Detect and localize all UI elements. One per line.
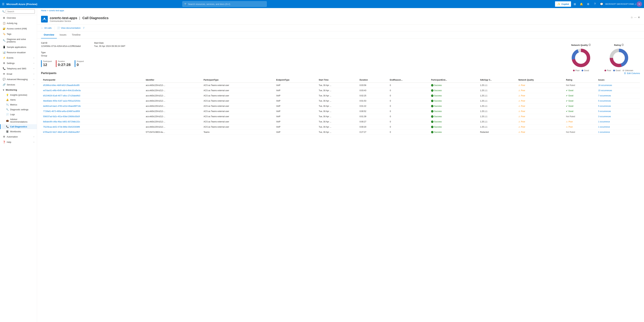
issues-link[interactable]: 7 occurrences [598, 95, 611, 97]
sidebar-item-tags[interactable]: 🏷️ Tags [0, 31, 37, 37]
tab-overview[interactable]: Overview [41, 31, 57, 38]
sidebar-item-sample-apps[interactable]: 📱 Sample applications [0, 44, 37, 50]
identifier-cell: acs:efd3c229-b212-... [144, 93, 202, 98]
issues-link[interactable]: 3 occurrences [598, 115, 611, 118]
issues-cell[interactable]: 1 occurrence [596, 124, 640, 130]
col-issues: Issues [596, 77, 640, 83]
tab-timeline[interactable]: Timeline [69, 31, 83, 38]
issues-link[interactable]: 5 occurrences [598, 100, 611, 102]
sidebar-item-events[interactable]: ⚡ Events › [0, 55, 37, 60]
help-icon[interactable]: ? [592, 1, 598, 7]
hamburger-icon[interactable]: ☰ [2, 2, 4, 6]
portal-menu-icon[interactable]: ⊞ [572, 1, 578, 7]
nq-legend: Poor Good [573, 69, 589, 72]
sidebar-item-automation[interactable]: ⚙ Automation › [0, 134, 37, 139]
copilot-button[interactable]: ✨ Copilot [555, 1, 571, 7]
more-button[interactable]: ··· [634, 16, 636, 19]
sidebar-item-call-diagnostics[interactable]: 📞 Call Diagnostics [0, 124, 37, 129]
share-button[interactable]: ⤴ [83, 26, 84, 30]
edit-columns-button[interactable]: ☰ Edit Columns [624, 72, 640, 75]
participant-id-link[interactable]: 771ffa61-4673-495d-a4fa-d24887acd959 [43, 110, 80, 113]
breadcrumb-resource[interactable]: corertc-test-apps [49, 9, 64, 12]
sidebar-item-logs[interactable]: 📄 Logs [0, 112, 37, 117]
global-search-input[interactable] [188, 3, 265, 5]
issues-cell[interactable]: 7 occurrences [596, 93, 640, 98]
participant-id-link[interactable]: 4bed0abe-455e-4187-aa1e-f591a152f16c [43, 100, 80, 102]
participant-end-cell: ✔ Success [429, 119, 478, 124]
user-avatar[interactable]: M [636, 1, 642, 7]
issues-link[interactable]: 1 occurrence [598, 121, 610, 123]
rating-info-icon[interactable]: ⓘ [622, 43, 624, 46]
svg-point-0 [44, 18, 45, 19]
sidebar-item-advanced-messaging[interactable]: 💬 Advanced Messaging › [0, 77, 37, 82]
doc-icon: 📄 [57, 27, 60, 29]
tab-issues[interactable]: Issues [57, 31, 69, 38]
participant-id-link[interactable]: 8d0abc89-c48a-46ac-b901-83729db132c [43, 121, 80, 123]
sidebar-label: Resource visualizer [7, 51, 26, 54]
sidebar-item-diagnostic-settings[interactable]: 🔧 Diagnostic settings [0, 107, 37, 112]
sidebar-item-diagnose[interactable]: 🔧 Diagnose and solve problems [0, 37, 37, 44]
network-quality-cell: ⚠ Poor [516, 124, 564, 130]
sidebar-label: Insights (preview) [10, 94, 27, 96]
tabs: Overview Issues Timeline [37, 31, 644, 38]
participant-id-link[interactable]: b5154626-81a6-4677-a6cc-27c20abd4b3 [43, 95, 80, 97]
sidebar-item-advisor[interactable]: 💼 Advisor recommendations [0, 117, 37, 124]
sidebar-item-overview[interactable]: ⊞ Overview [0, 15, 37, 20]
issues-link[interactable]: 15 occurrences [598, 89, 612, 92]
issues-cell[interactable]: 1 occurrence [596, 130, 640, 135]
issues-cell[interactable]: 1 occurrence [596, 119, 640, 124]
participant-type-cell: Teams [202, 130, 274, 135]
issues-cell[interactable]: 5 occurrences [596, 104, 640, 109]
issues-link[interactable]: 1 occurrence [598, 126, 610, 128]
participant-id-link[interactable]: ed7dac61-ef6b-4545-a9c4-454c32cd5e3a [43, 89, 81, 92]
network-quality-cell: ⚠ Poor [516, 98, 564, 104]
alerts-icon: 🔔 [6, 99, 9, 101]
info-icon[interactable]: ⓘ [588, 43, 591, 46]
participant-id-link[interactable]: da382ca4-bae1-4783-a31d-46aee89f718c [43, 105, 81, 107]
issues-link[interactable]: 16 occurrences [598, 84, 612, 86]
sidebar-item-help[interactable]: ❓ Help › [0, 139, 37, 145]
sidebar-item-iam[interactable]: 🔐 Access control (IAM) [0, 26, 37, 31]
view-documentation-button[interactable]: 📄 View documentation [57, 26, 80, 30]
sidebar-item-alerts[interactable]: 🔔 Alerts [0, 97, 37, 102]
sidebar-item-telephony[interactable]: 📞 Telephony and SMS › [0, 66, 37, 71]
sidebar-item-activity-log[interactable]: 📋 Activity log [0, 20, 37, 26]
participant-id-link[interactable]: df1996cd-b9ec-4b6f-b61f-29aaa9c8cd95 [43, 84, 80, 86]
resource-text: corertc-test-apps | Call Diagnostics Com… [50, 16, 108, 22]
resource-icon [41, 16, 48, 22]
account-name[interactable]: MICROSOFT (MICROSOFT.ONMI...) [605, 3, 636, 5]
all-calls-button[interactable]: ← All calls [41, 26, 52, 30]
network-quality-chart: Network Quality ⓘ [571, 43, 591, 72]
issues-cell[interactable]: 3 occurrences [596, 114, 640, 119]
help-nav-icon: ❓ [3, 141, 6, 143]
feedback-icon[interactable]: 💬 [598, 1, 605, 7]
sidebar-item-services[interactable]: 🔗 Services › [0, 82, 37, 87]
sidebar-item-metrics[interactable]: 📉 Metrics [0, 102, 37, 107]
close-button[interactable]: ✕ [638, 16, 640, 19]
issues-cell[interactable]: 5 occurrences [596, 109, 640, 114]
issues-cell[interactable]: 5 occurrences [596, 98, 640, 104]
issues-link[interactable]: 1 occurrence [598, 131, 610, 133]
sidebar-item-email[interactable]: ✉ Email › [0, 71, 37, 77]
sidebar-item-workbooks[interactable]: 📓 Workbooks [0, 129, 37, 134]
issues-cell[interactable]: 16 occurrences [596, 83, 640, 88]
participant-id-link[interactable]: 556037ad-5d2c-451e-83bd-20606c63b3f [43, 115, 80, 118]
notifications-icon[interactable]: 🔔 [578, 1, 584, 7]
issues-link[interactable]: 5 occurrences [598, 110, 611, 113]
table-row: ed7dac61-ef6b-4545-a9c4-454c32cd5e3a acs… [41, 88, 640, 93]
participant-id-link[interactable]: 75229caa-de52-473b-986e-00e520308f8 [43, 126, 80, 128]
sidebar-search-input[interactable] [6, 9, 35, 13]
settings-icon[interactable]: ⚙ [585, 1, 591, 7]
sidebar-item-resource-visualizer[interactable]: 📊 Resource visualizer [0, 50, 37, 55]
issues-link[interactable]: 5 occurrences [598, 105, 611, 107]
sidebar-item-settings[interactable]: ⚙ Settings › [0, 60, 37, 66]
success-check-icon: ✔ [431, 95, 434, 97]
global-search[interactable]: 🔍 [182, 1, 266, 7]
participant-type-cell: ACS as Teams external user [202, 109, 274, 114]
breadcrumb-home[interactable]: Home [41, 9, 46, 12]
participant-id-link[interactable]: b705ac02-5d17-48d2-a870-49d04ea3f67 [43, 131, 80, 133]
issues-cell[interactable]: 15 occurrences [596, 88, 640, 93]
sidebar-item-insights[interactable]: 💡 Insights (preview) [0, 93, 37, 97]
star-button[interactable]: ☆ [630, 16, 633, 19]
sidebar-section-monitoring[interactable]: ∨ Monitoring [0, 87, 37, 93]
